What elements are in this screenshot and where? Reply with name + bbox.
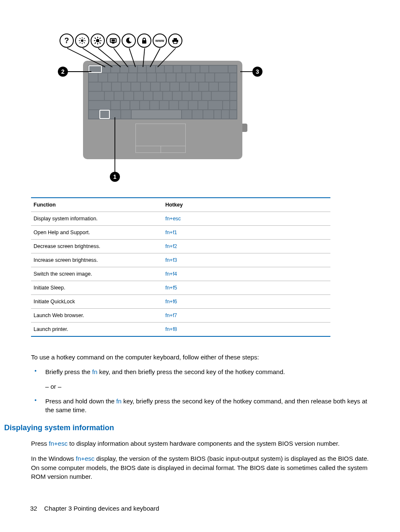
help-icon: ? [60,34,74,48]
svg-text:?: ? [65,36,69,45]
svg-point-10 [96,39,99,42]
table-header-hotkey: Hotkey [163,198,330,212]
hotkey-icon-row: ? www [60,34,268,48]
table-cell-hotkey: fn+f8 [163,323,330,337]
table-cell-hotkey: fn+f7 [163,309,330,323]
page-number: 32 [30,505,37,512]
svg-line-9 [80,42,81,43]
svg-line-8 [84,38,85,39]
or-text: – or – [45,382,370,391]
bullet-brief-press: Briefly press the fn key, and then brief… [31,367,370,391]
display-switch-icon [106,34,120,48]
table-cell-hotkey: fn+f2 [163,240,330,253]
callout-2: 2 [58,67,68,77]
hotkey-table: Function Hotkey Display system informati… [31,197,330,337]
www-icon: www [153,34,167,48]
table-row: Switch the screen image.fn+f4 [31,267,330,281]
table-cell-function: Initiate Sleep. [31,281,163,295]
callout-1: 1 [110,172,120,182]
table-cell-function: Launch printer. [31,323,163,337]
table-row: Launch printer.fn+f8 [31,323,330,337]
bullet-press-hold: Press and hold down the fn key, briefly … [31,397,370,414]
svg-rect-20 [112,39,115,41]
page-footer: 32 Chapter 3 Pointing devices and keyboa… [30,505,159,512]
table-cell-hotkey: fn+esc [163,212,330,226]
table-header-function: Function [31,198,163,212]
table-cell-function: Increase screen brightness. [31,253,163,267]
table-cell-hotkey: fn+f4 [163,267,330,281]
laptop-illustration [83,61,242,159]
section-heading-displaying-system-information: Displaying system information [4,423,370,433]
table-row: Initiate QuickLockfn+f6 [31,295,330,309]
lock-icon [137,34,151,48]
table-cell-function: Initiate QuickLock [31,295,163,309]
svg-line-26 [67,48,105,67]
svg-line-7 [84,42,85,43]
table-cell-hotkey: fn+f1 [163,226,330,240]
table-cell-function: Display system information. [31,212,163,226]
table-cell-hotkey: fn+f6 [163,295,330,309]
svg-line-6 [80,38,81,39]
svg-point-1 [81,39,83,42]
brightness-up-icon [91,34,105,48]
table-cell-hotkey: fn+f3 [163,253,330,267]
svg-line-33 [158,48,176,67]
sysinfo-paragraph-2: In the Windows fn+esc display, the versi… [31,454,370,481]
fn-esc-keyword: fn+esc [49,440,68,447]
table-cell-function: Decrease screen brightness. [31,240,163,253]
table-cell-hotkey: fn+f5 [163,281,330,295]
intro-text: To use a hotkey command on the computer … [31,353,370,362]
callout-3: 3 [252,67,262,77]
fn-keyword: fn [92,368,98,375]
printer-icon [168,34,182,48]
table-cell-function: Switch the screen image. [31,267,163,281]
svg-line-15 [95,38,96,39]
table-row: Open Help and Support.fn+f1 [31,226,330,240]
svg-line-16 [100,43,101,44]
chapter-title: Chapter 3 Pointing devices and keyboard [44,505,159,512]
sleep-icon [122,34,136,48]
svg-line-29 [114,48,128,67]
keyboard-hotkey-diagram: ? www [58,34,268,197]
svg-rect-22 [142,40,146,44]
svg-line-32 [150,48,160,67]
table-row: Decrease screen brightness.fn+f2 [31,240,330,253]
table-row: Launch Web browser.fn+f7 [31,309,330,323]
svg-line-17 [100,38,101,39]
brightness-down-icon [75,34,89,48]
svg-line-28 [98,48,121,67]
svg-rect-24 [174,38,177,40]
svg-line-18 [95,43,96,44]
fn-esc-keyword: fn+esc [76,455,95,462]
table-cell-function: Open Help and Support. [31,226,163,240]
table-row: Display system information.fn+esc [31,212,330,226]
table-row: Initiate Sleep.fn+f5 [31,281,330,295]
svg-line-30 [129,48,135,67]
svg-rect-25 [174,41,177,44]
table-cell-function: Launch Web browser. [31,309,163,323]
fn-keyword: fn [116,398,122,405]
sysinfo-paragraph-1: Press fn+esc to display information abou… [31,439,370,448]
svg-line-27 [83,48,112,67]
svg-line-31 [143,48,145,67]
table-row: Increase screen brightness.fn+f3 [31,253,330,267]
